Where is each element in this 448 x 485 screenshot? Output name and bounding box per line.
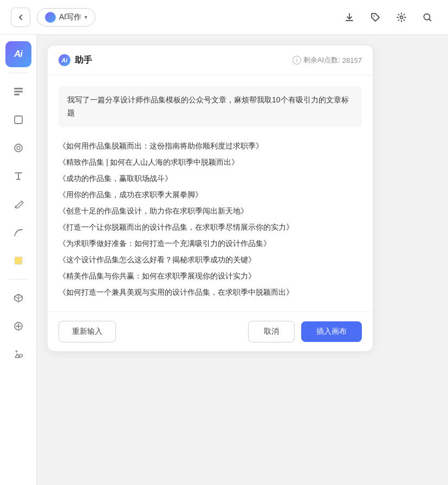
ai-title-item: 《如何用作品集脱颖而出：这份指南将助你顺利度过求职季》 bbox=[59, 138, 362, 153]
info-icon-label: i bbox=[296, 57, 297, 63]
ai-title-item: 《创意十足的作品集设计，助力你在求职季闯出新天地》 bbox=[59, 203, 362, 218]
ai-response: 《如何用作品集脱颖而出：这份指南将助你顺利度过求职季》《精致作品集 | 如何在人… bbox=[59, 138, 362, 300]
ai-badge: Ai bbox=[59, 54, 70, 66]
svg-point-8 bbox=[15, 144, 22, 152]
svg-point-1 bbox=[373, 15, 374, 16]
search-button[interactable] bbox=[418, 8, 437, 27]
assistant-panel: Ai 助手 i 剩余AI点数: 28157 我写了一篇分享设计师作品集模板的公众… bbox=[48, 46, 373, 351]
credits-value: 28157 bbox=[342, 56, 362, 64]
sidebar-item-component[interactable] bbox=[5, 135, 31, 161]
re-input-button[interactable]: 重新输入 bbox=[59, 321, 116, 342]
sidebar-item-sticky[interactable] bbox=[5, 248, 31, 274]
sidebar-item-document[interactable] bbox=[5, 79, 31, 105]
toolbar: AI写作 ▾ bbox=[0, 0, 448, 35]
ai-title-item: 《精美作品集与你共赢：如何在求职季展现你的设计实力》 bbox=[59, 268, 362, 283]
main-area: Ai bbox=[0, 35, 448, 485]
back-button[interactable] bbox=[11, 8, 30, 27]
ai-title-item: 《成功的作品集，赢取职场战斗》 bbox=[59, 171, 362, 186]
sidebar-item-pen[interactable] bbox=[5, 191, 31, 217]
svg-rect-5 bbox=[14, 91, 23, 93]
settings-button[interactable] bbox=[392, 8, 411, 27]
svg-rect-4 bbox=[14, 88, 23, 89]
ai-writing-label: AI写作 bbox=[59, 12, 81, 22]
ai-title-item: 《为求职季做好准备：如何打造一个充满吸引力的设计作品集》 bbox=[59, 236, 362, 251]
user-message: 我写了一篇分享设计师作品集模板的公众号文章，麻烦帮我取10个有吸引力的文章标题 bbox=[59, 86, 362, 127]
sidebar: Ai bbox=[0, 35, 37, 485]
svg-point-0 bbox=[47, 14, 54, 21]
sidebar-item-text[interactable] bbox=[5, 163, 31, 189]
panel-area: Ai 助手 i 剩余AI点数: 28157 我写了一篇分享设计师作品集模板的公众… bbox=[37, 35, 448, 485]
sidebar-item-shapes[interactable] bbox=[5, 341, 31, 367]
panel-title: 助手 bbox=[75, 55, 92, 66]
sidebar-item-curve[interactable] bbox=[5, 219, 31, 245]
ai-writing-button[interactable]: AI写作 ▾ bbox=[37, 8, 95, 27]
svg-rect-10 bbox=[15, 257, 22, 264]
svg-rect-12 bbox=[20, 354, 22, 357]
sidebar-item-plugin[interactable] bbox=[5, 285, 31, 311]
sidebar-item-frame[interactable] bbox=[5, 107, 31, 133]
sidebar-divider-1 bbox=[9, 73, 28, 73]
panel-footer: 重新输入 取消 插入画布 bbox=[48, 312, 373, 351]
download-button[interactable] bbox=[340, 8, 359, 27]
panel-header-left: Ai 助手 bbox=[59, 54, 92, 66]
info-icon: i bbox=[293, 56, 301, 64]
sidebar-item-ai[interactable]: Ai bbox=[5, 41, 31, 67]
panel-header: Ai 助手 i 剩余AI点数: 28157 bbox=[48, 46, 373, 75]
svg-rect-6 bbox=[14, 94, 20, 95]
credits-display: i 剩余AI点数: 28157 bbox=[293, 55, 362, 65]
ai-title-item: 《用你的作品集，成功在求职季大展拳脚》 bbox=[59, 187, 362, 202]
svg-rect-7 bbox=[15, 116, 22, 124]
svg-point-2 bbox=[400, 16, 403, 18]
ai-title-item: 《精致作品集 | 如何在人山人海的求职季中脱颖而出》 bbox=[59, 154, 362, 170]
svg-point-3 bbox=[424, 14, 430, 20]
ai-title-item: 《这个设计作品集怎么这么好看？揭秘求职季成功的关键》 bbox=[59, 252, 362, 267]
insert-button[interactable]: 插入画布 bbox=[301, 321, 362, 342]
ai-writing-icon bbox=[45, 12, 56, 23]
ai-title-item: 《如何打造一个兼具美观与实用的设计作品集，在求职季中脱颖而出》 bbox=[59, 284, 362, 300]
credits-label: 剩余AI点数: bbox=[303, 55, 340, 65]
svg-point-9 bbox=[17, 146, 20, 150]
chevron-down-icon: ▾ bbox=[85, 14, 87, 20]
ai-title-item: 《打造一个让你脱颖而出的设计作品集，在求职季尽情展示你的实力》 bbox=[59, 219, 362, 235]
sidebar-divider-2 bbox=[9, 279, 28, 280]
cancel-button[interactable]: 取消 bbox=[248, 321, 295, 342]
panel-content: 我写了一篇分享设计师作品集模板的公众号文章，麻烦帮我取10个有吸引力的文章标题 … bbox=[48, 75, 373, 312]
sidebar-item-link[interactable] bbox=[5, 313, 31, 339]
tag-button[interactable] bbox=[366, 8, 385, 27]
